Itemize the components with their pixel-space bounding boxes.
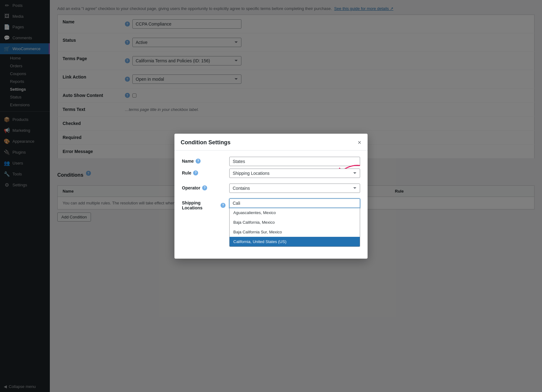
modal-rule-select[interactable]: Shipping Locations Billing Country User … (229, 169, 360, 178)
dropdown-item-aguascalientes[interactable]: Aguascalientes, Mexico (230, 208, 360, 218)
modal-shipping-label: Shipping Locations ? (182, 198, 226, 210)
shipping-locations-search[interactable] (229, 198, 360, 208)
modal-shipping-help-icon[interactable]: ? (221, 203, 226, 208)
modal-shipping-field: Shipping Locations ? Aguascalientes, Mex… (182, 198, 360, 247)
modal-rule-field: Rule ? Shipping Locations Billing Countr… (182, 169, 360, 178)
modal-name-help-icon[interactable]: ? (196, 159, 201, 164)
modal-shipping-input-wrap: Aguascalientes, Mexico Baja California, … (229, 198, 360, 247)
modal-rule-help-icon[interactable]: ? (193, 170, 198, 175)
shipping-locations-dropdown: Aguascalientes, Mexico Baja California, … (229, 208, 360, 247)
modal-header: Condition Settings × (174, 134, 368, 151)
modal-overlay[interactable]: Condition Settings × Name ? (0, 0, 542, 392)
modal-operator-help-icon[interactable]: ? (202, 185, 207, 190)
modal-operator-label: Operator ? (182, 184, 226, 190)
dropdown-item-baja-california[interactable]: Baja California, Mexico (230, 218, 360, 227)
modal-title: Condition Settings (181, 139, 231, 146)
modal-body: Name ? (174, 151, 368, 259)
modal-operator-select[interactable]: Contains Does not contain Equals (229, 184, 360, 193)
modal-rule-input-wrap: Shipping Locations Billing Country User … (229, 169, 360, 178)
modal-name-label: Name ? (182, 157, 226, 164)
modal-close-button[interactable]: × (358, 139, 361, 146)
dropdown-item-california-us[interactable]: California, United States (US) (230, 237, 360, 246)
modal-operator-input-wrap: Contains Does not contain Equals (229, 184, 360, 193)
modal-rule-label: Rule ? (182, 169, 226, 175)
modal-operator-field: Operator ? Contains Does not contain Equ… (182, 184, 360, 193)
dropdown-item-baja-california-sur[interactable]: Baja California Sur, Mexico (230, 227, 360, 237)
condition-settings-modal: Condition Settings × Name ? (174, 134, 368, 259)
